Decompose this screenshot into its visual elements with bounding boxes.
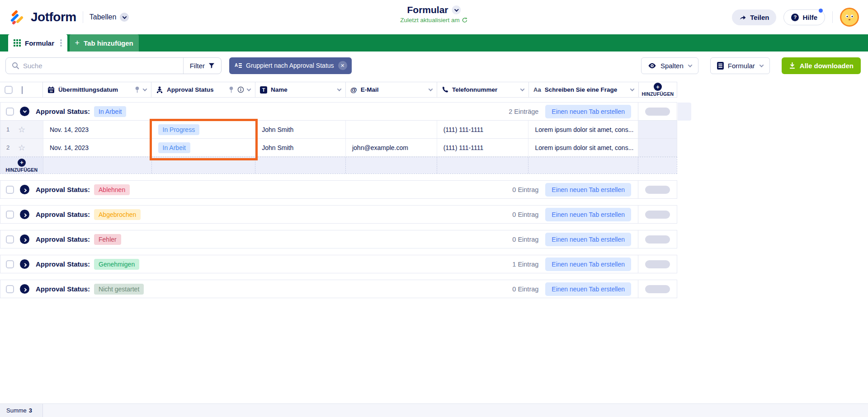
- column-header-phone[interactable]: Telefonnummer: [437, 82, 529, 97]
- empty-new-cell[interactable]: [437, 157, 529, 173]
- group-checkbox[interactable]: [6, 186, 14, 194]
- pin-icon[interactable]: [228, 86, 234, 93]
- create-new-tab-button[interactable]: Einen neuen Tab erstellen: [545, 233, 631, 246]
- product-switcher-tables[interactable]: Tabellen: [90, 13, 129, 22]
- svg-text:10: 10: [50, 90, 53, 93]
- column-header-email[interactable]: @ E-Mail: [346, 82, 437, 97]
- empty-new-cell[interactable]: [255, 157, 346, 173]
- help-button[interactable]: ? Hilfe: [783, 9, 825, 25]
- star-icon[interactable]: ☆: [18, 126, 25, 134]
- add-row-button[interactable]: + HINZUFÜGEN: [0, 157, 43, 173]
- tab-formular[interactable]: Formular: [8, 34, 67, 52]
- group-by-chip[interactable]: A Gruppiert nach Approval Status ✕: [229, 57, 352, 74]
- chevron-down-icon: [22, 86, 23, 94]
- status-badge: In Progress: [158, 124, 200, 135]
- column-header-name[interactable]: T Name: [255, 82, 346, 97]
- table-row: 1 ☆ Nov. 14, 2023 In Progress John Smith…: [0, 121, 677, 139]
- pin-icon[interactable]: [134, 86, 140, 93]
- cell-phone[interactable]: (111) 111-1111: [437, 139, 529, 156]
- plus-icon: +: [18, 159, 26, 167]
- brand-wordmark[interactable]: Jotform: [31, 10, 76, 24]
- cell-email[interactable]: [346, 121, 437, 138]
- group-toggle-pill[interactable]: [645, 235, 670, 244]
- group-checkbox[interactable]: [6, 211, 14, 219]
- empty-new-cell[interactable]: [346, 157, 437, 173]
- entry-count: 0 Eintrag: [512, 211, 538, 218]
- cell-approval-status[interactable]: In Arbeit: [152, 139, 256, 156]
- add-tab-button[interactable]: + Tab hinzufügen: [70, 34, 139, 52]
- user-avatar[interactable]: [840, 8, 859, 27]
- group-toggle-pill[interactable]: [645, 108, 670, 116]
- plus-icon: +: [75, 39, 80, 47]
- expand-group-icon[interactable]: [20, 234, 29, 244]
- star-icon[interactable]: ☆: [18, 144, 25, 152]
- group-toggle-pill[interactable]: [645, 186, 670, 194]
- cell-email[interactable]: john@example.com: [346, 139, 437, 156]
- at-sign-icon: @: [350, 86, 357, 94]
- expand-group-icon[interactable]: [20, 259, 29, 269]
- columns-button[interactable]: Spalten: [641, 57, 698, 74]
- add-column-button[interactable]: + HINZUFÜGEN: [639, 82, 677, 97]
- svg-text:A: A: [235, 63, 238, 68]
- status-badge: Ablehnen: [94, 184, 130, 195]
- collapse-group-icon[interactable]: [20, 107, 29, 116]
- entry-count: 0 Eintrag: [512, 236, 538, 243]
- create-new-tab-button[interactable]: Einen neuen Tab erstellen: [545, 183, 631, 197]
- search-input[interactable]: [23, 62, 183, 70]
- jotform-logo-icon[interactable]: [9, 9, 24, 25]
- chevron-down-icon: [247, 87, 251, 91]
- group-toggle-pill[interactable]: [645, 211, 670, 219]
- create-new-tab-button[interactable]: Einen neuen Tab erstellen: [545, 282, 631, 296]
- empty-new-cell[interactable]: [528, 157, 638, 173]
- column-header-submission-date[interactable]: 10 Übermittlungsdatum: [43, 82, 151, 97]
- select-all-checkbox[interactable]: [5, 86, 13, 94]
- refresh-icon[interactable]: [462, 17, 468, 23]
- status-badge: Abgebrochen: [94, 209, 141, 220]
- group-checkbox[interactable]: [6, 260, 14, 268]
- group-toggle-pill[interactable]: [645, 285, 670, 293]
- cell-name[interactable]: John Smith: [255, 139, 346, 156]
- question-mark-icon: ?: [791, 14, 799, 21]
- create-new-tab-button[interactable]: Einen neuen Tab erstellen: [545, 258, 631, 271]
- status-badge: Genehmigen: [94, 259, 139, 270]
- chevron-down-icon: [429, 87, 433, 91]
- info-icon[interactable]: [237, 86, 244, 93]
- group-toggle-pill[interactable]: [645, 260, 670, 268]
- row-overflow-strip: [678, 103, 691, 121]
- cell-submission-date[interactable]: Nov. 14, 2023: [43, 139, 152, 156]
- cell-phone[interactable]: (111) 111-1111: [437, 121, 529, 138]
- empty-new-cell[interactable]: [152, 157, 256, 173]
- empty-new-cell[interactable]: [43, 157, 152, 173]
- table-row: 2 ☆ Nov. 14, 2023 In Arbeit John Smith j…: [0, 139, 677, 157]
- cell-approval-status[interactable]: In Progress: [152, 121, 256, 138]
- status-badge: Nicht gestartet: [94, 284, 144, 295]
- column-header-question[interactable]: Aa Schreiben Sie eine Frage: [529, 82, 639, 97]
- column-header-approval-status[interactable]: Approval Status: [151, 82, 255, 97]
- create-new-tab-button[interactable]: Einen neuen Tab erstellen: [545, 105, 631, 118]
- cell-question[interactable]: Lorem ipsum dolor sit amet, cons...: [528, 121, 638, 138]
- cell-question[interactable]: Lorem ipsum dolor sit amet, cons...: [528, 139, 638, 156]
- expand-group-icon[interactable]: [20, 284, 29, 294]
- select-all-header[interactable]: [0, 82, 43, 97]
- top-bar: Jotform Tabellen Formular Zuletzt aktual…: [0, 0, 868, 34]
- search-filter-group: Filter: [5, 57, 222, 74]
- expand-group-icon[interactable]: [20, 210, 29, 219]
- group-checkbox[interactable]: [6, 235, 14, 244]
- form-button[interactable]: Formular: [710, 57, 770, 74]
- cell-name[interactable]: John Smith: [255, 121, 346, 138]
- remove-group-icon[interactable]: ✕: [338, 61, 347, 70]
- group-checkbox[interactable]: [6, 285, 14, 293]
- share-button[interactable]: Teilen: [732, 9, 776, 25]
- filter-button[interactable]: Filter: [183, 58, 221, 74]
- download-icon: [789, 62, 796, 69]
- page-title: Formular: [407, 5, 448, 15]
- group-checkbox[interactable]: [6, 108, 14, 116]
- cell-submission-date[interactable]: Nov. 14, 2023: [43, 121, 152, 138]
- tab-options-icon[interactable]: [60, 39, 62, 47]
- expand-group-icon[interactable]: [20, 185, 29, 194]
- product-label: Tabellen: [90, 13, 117, 21]
- download-all-button[interactable]: Alle downloaden: [782, 57, 861, 74]
- sheet-tab-bar: Formular + Tab hinzufügen: [0, 34, 868, 52]
- create-new-tab-button[interactable]: Einen neuen Tab erstellen: [545, 208, 631, 221]
- title-menu-chevron-icon[interactable]: [452, 5, 461, 14]
